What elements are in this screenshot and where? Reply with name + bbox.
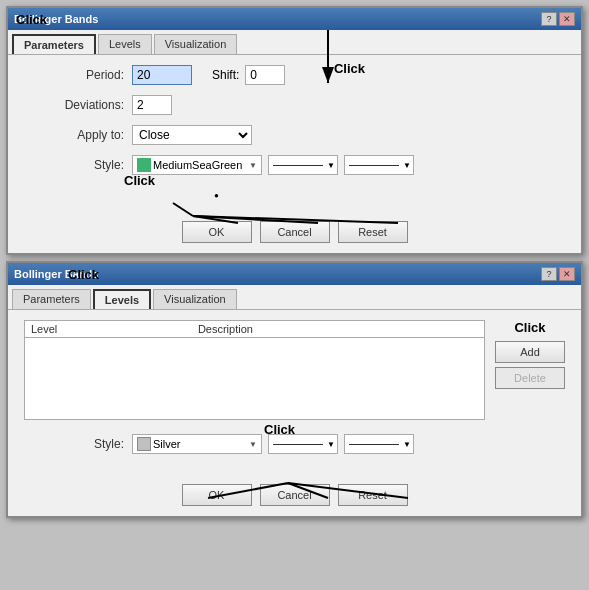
dialog2: Bollinger Bands ? ✕ Parameters Levels Vi… <box>6 261 583 518</box>
dialog2-color-swatch <box>137 437 151 451</box>
tab-parameters[interactable]: Parameters <box>12 34 96 54</box>
color-swatch <box>137 158 151 172</box>
dialog2-chevron-down-icon3: ▼ <box>403 440 411 449</box>
style-row: Style: MediumSeaGreen ▼ ▼ ▼ <box>24 155 565 175</box>
click-annotation-dialog2-style: Click <box>264 422 295 437</box>
line-width-preview <box>349 165 399 166</box>
titlebar-buttons: ? ✕ <box>541 12 575 26</box>
dialog2-tabs: Parameters Levels Visualization Click <box>8 285 581 309</box>
color-name: MediumSeaGreen <box>153 159 242 171</box>
chevron-down-icon2: ▼ <box>327 161 335 170</box>
style-label: Style: <box>24 158 124 172</box>
dialog2-titlebar-buttons: ? ✕ <box>541 267 575 281</box>
col-description: Description <box>192 321 484 338</box>
dialog2-button-row: OK Cancel Reset <box>24 478 565 506</box>
dialog2-content: Level Description Click Add Delete <box>8 309 581 516</box>
dialog2-close-button[interactable]: ✕ <box>559 267 575 281</box>
applyto-row: Apply to: Close Open High Low <box>24 125 565 145</box>
line-style-dropdown[interactable]: ▼ <box>268 155 338 175</box>
style-color-dropdown[interactable]: MediumSeaGreen ▼ <box>132 155 262 175</box>
chevron-down-icon3: ▼ <box>403 161 411 170</box>
deviations-row: Deviations: <box>24 95 565 115</box>
help-button[interactable]: ? <box>541 12 557 26</box>
dialog2-chevron-down-icon2: ▼ <box>327 440 335 449</box>
deviations-input[interactable] <box>132 95 172 115</box>
line-preview <box>273 165 323 166</box>
reset-button[interactable]: Reset <box>338 221 408 243</box>
levels-table: Level Description <box>25 321 484 338</box>
cancel-button[interactable]: Cancel <box>260 221 330 243</box>
tab-levels[interactable]: Levels <box>98 34 152 54</box>
click-annotation-style: Click <box>124 173 155 188</box>
period-label: Period: <box>24 68 124 82</box>
dialog2-line-width-dropdown[interactable]: ▼ <box>344 434 414 454</box>
applyto-label: Apply to: <box>24 128 124 142</box>
dialog2-line-width-preview <box>349 444 399 445</box>
period-input[interactable] <box>132 65 192 85</box>
levels-table-area: Level Description <box>24 320 485 426</box>
dialog1-content: Click Period: Shift: Deviations: Apply t… <box>8 54 581 253</box>
applyto-select[interactable]: Close Open High Low <box>132 125 252 145</box>
shift-input[interactable] <box>245 65 285 85</box>
dialog2-tab-parameters[interactable]: Parameters <box>12 289 91 309</box>
dialog2-tab-levels[interactable]: Levels <box>93 289 151 309</box>
period-row: Period: Shift: <box>24 65 565 85</box>
dialog2-reset-button[interactable]: Reset <box>338 484 408 506</box>
chevron-down-icon: ▼ <box>249 161 257 170</box>
dialog1-button-row: OK Cancel Reset <box>24 215 565 243</box>
ok-button[interactable]: OK <box>182 221 252 243</box>
dialog2-line-style-dropdown[interactable]: ▼ <box>268 434 338 454</box>
dialog2-line-preview <box>273 444 323 445</box>
shift-label: Shift: <box>212 68 239 82</box>
levels-main: Level Description Click Add Delete <box>24 320 565 426</box>
tab-visualization[interactable]: Visualization <box>154 34 238 54</box>
dialog1-titlebar: Bollinger Bands ? ✕ <box>8 8 581 30</box>
dialog2-style-label: Style: <box>24 437 124 451</box>
levels-container: Level Description <box>24 320 485 420</box>
deviations-label: Deviations: <box>24 98 124 112</box>
dialog2-color-dropdown[interactable]: Silver ▼ <box>132 434 262 454</box>
click-annotation-add: Click <box>495 320 565 335</box>
click-annotation-levels-tab: Click <box>68 267 99 282</box>
line-width-dropdown[interactable]: ▼ <box>344 155 414 175</box>
dialog2-help-button[interactable]: ? <box>541 267 557 281</box>
click-annotation-tab: Click <box>16 12 47 27</box>
dialog2-tab-visualization[interactable]: Visualization <box>153 289 237 309</box>
click-annotation-period: Click <box>334 61 365 76</box>
levels-right-buttons: Click Add Delete <box>495 320 565 389</box>
dialog2-chevron-down-icon: ▼ <box>249 440 257 449</box>
col-level: Level <box>25 321 192 338</box>
delete-button[interactable]: Delete <box>495 367 565 389</box>
dialog2-color-name: Silver <box>153 438 181 450</box>
dialog2-cancel-button[interactable]: Cancel <box>260 484 330 506</box>
add-button[interactable]: Add <box>495 341 565 363</box>
dot: ● <box>214 191 219 200</box>
close-button[interactable]: ✕ <box>559 12 575 26</box>
dialog2-style-row: Style: Silver ▼ ▼ ▼ <box>24 434 565 454</box>
dialog2-ok-button[interactable]: OK <box>182 484 252 506</box>
dialog1-tabs: Parameters Levels Visualization Click <box>8 30 581 54</box>
dialog1: Bollinger Bands ? ✕ Parameters Levels Vi… <box>6 6 583 255</box>
